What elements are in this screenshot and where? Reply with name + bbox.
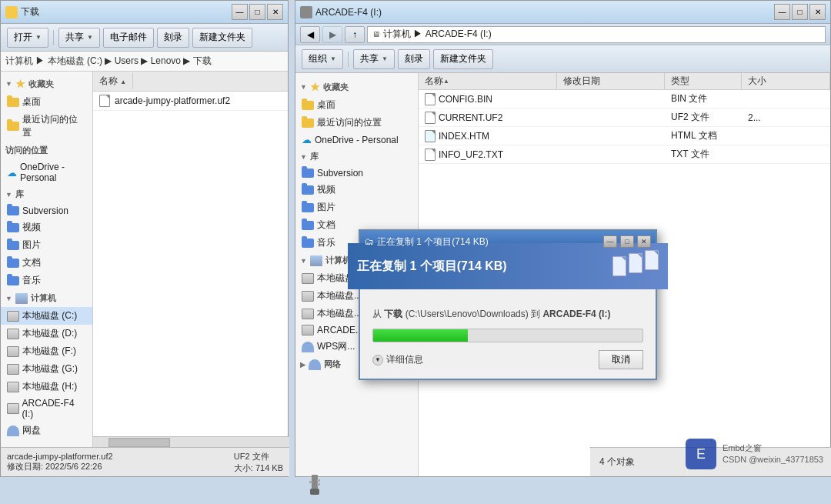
right-file-htm[interactable]: INDEX.HTM HTML 文档 bbox=[419, 127, 830, 145]
right-new-folder-button[interactable]: 新建文件夹 bbox=[433, 49, 493, 69]
video-label: 视频 bbox=[22, 221, 41, 234]
access-label: 访问的位置 bbox=[5, 145, 48, 156]
uf2-date-cell bbox=[557, 116, 665, 119]
email-button[interactable]: 电子邮件 bbox=[103, 28, 154, 48]
progress-bar-fill bbox=[373, 329, 468, 342]
right-file-txt[interactable]: INFO_UF2.TXT TXT 文件 bbox=[419, 145, 830, 164]
config-name: CONFIG.BIN bbox=[439, 94, 492, 105]
right-file-uf2[interactable]: CURRENT.UF2 UF2 文件 2... bbox=[419, 108, 830, 127]
file-icon-2 bbox=[629, 253, 642, 273]
dialog-title-text: 正在复制 1 个项目(714 KB) bbox=[377, 235, 600, 249]
uf2-size-cell: 2... bbox=[742, 111, 830, 125]
left-window-title: 下载 bbox=[21, 5, 232, 18]
nav-music[interactable]: 音乐 bbox=[1, 272, 92, 289]
dialog-title-icon: 🗂 bbox=[365, 236, 374, 247]
right-star-icon: ★ bbox=[310, 81, 320, 93]
nav-drive-g[interactable]: 本地磁盘 (G:) bbox=[1, 360, 92, 378]
address-bar[interactable]: 🖥 计算机 ▶ ARCADE-F4 (I:) bbox=[367, 26, 826, 43]
left-minimize-button[interactable]: — bbox=[232, 4, 248, 20]
subversion-label: Subversion bbox=[22, 205, 68, 216]
right-titlebar: ARCADE-F4 (I:) — □ ✕ bbox=[295, 1, 830, 24]
right-burn-label: 刻录 bbox=[405, 52, 423, 65]
nav-pictures[interactable]: 图片 bbox=[1, 236, 92, 254]
right-nav-pictures[interactable]: 图片 bbox=[295, 199, 418, 216]
right-nav-onedrive[interactable]: ☁ OneDrive - Personal bbox=[295, 132, 418, 148]
drive-i-label: ARCADE-F4 (I:) bbox=[22, 398, 86, 419]
organize-label: 组织 bbox=[309, 52, 327, 65]
open-button[interactable]: 打开 ▼ bbox=[7, 28, 48, 48]
details-arrow-icon: ▼ bbox=[372, 355, 383, 365]
file-item-uf2[interactable]: arcade-jumpy-platformer.uf2 bbox=[93, 92, 288, 111]
breadcrumb-text: 计算机 ▶ 本地磁盘 (C:) ▶ Users ▶ Lenovo ▶ 下载 bbox=[5, 55, 212, 68]
config-date-cell bbox=[557, 98, 665, 101]
nav-drive-c[interactable]: 本地磁盘 (C:) bbox=[1, 307, 92, 325]
music-icon bbox=[7, 276, 19, 285]
open-label: 打开 bbox=[14, 31, 32, 44]
organize-button[interactable]: 组织 ▼ bbox=[302, 49, 343, 69]
txt-name: INFO_UF2.TXT bbox=[439, 149, 503, 160]
date-col-header: 修改日期 bbox=[557, 73, 665, 89]
right-nav-recent[interactable]: 最近访问的位置 bbox=[295, 114, 418, 132]
nav-onedrive[interactable]: ☁ OneDrive - Personal bbox=[1, 159, 92, 185]
nav-docs[interactable]: 文档 bbox=[1, 254, 92, 272]
right-nav-subversion[interactable]: Subversion bbox=[295, 165, 418, 181]
burn-button[interactable]: 刻录 bbox=[157, 28, 189, 48]
left-scroll-bar-h[interactable] bbox=[93, 436, 289, 447]
nav-video[interactable]: 视频 bbox=[1, 219, 92, 236]
nav-drive-h[interactable]: 本地磁盘 (H:) bbox=[1, 378, 92, 396]
left-window: 下载 — □ ✕ 打开 ▼ 共享 ▼ 电子邮件 刻录 新建文件夹 计算机 ▶ 本… bbox=[0, 0, 289, 477]
right-toolbar: 组织 ▼ 共享 ▼ 刻录 新建文件夹 bbox=[295, 45, 830, 73]
left-file-header: 名称 ▲ bbox=[93, 72, 288, 92]
nav-desktop[interactable]: 桌面 bbox=[1, 93, 92, 111]
dialog-minimize-button[interactable]: — bbox=[603, 235, 617, 248]
right-file-config[interactable]: CONFIG.BIN BIN 文件 bbox=[419, 90, 830, 108]
right-sep1 bbox=[348, 52, 349, 67]
forward-button[interactable]: ▶ bbox=[322, 26, 342, 43]
nav-subversion[interactable]: Subversion bbox=[1, 203, 92, 219]
left-window-controls: — □ ✕ bbox=[232, 4, 283, 20]
star-icon: ★ bbox=[15, 78, 25, 90]
left-maximize-button[interactable]: □ bbox=[249, 4, 265, 20]
nav-netdisk[interactable]: 网盘 bbox=[1, 422, 92, 439]
uf2-name: CURRENT.UF2 bbox=[439, 112, 502, 123]
pictures-label: 图片 bbox=[22, 239, 41, 252]
dialog-maximize-button[interactable]: □ bbox=[620, 235, 634, 248]
share-arrow: ▼ bbox=[87, 34, 93, 41]
watermark: E Embd之窗 CSDN @weixin_43771853 bbox=[686, 439, 823, 469]
share-button[interactable]: 共享 ▼ bbox=[58, 28, 100, 48]
nav-drive-i[interactable]: ARCADE-F4 (I:) bbox=[1, 396, 92, 422]
right-nav-video[interactable]: 视频 bbox=[295, 181, 418, 199]
new-folder-button[interactable]: 新建文件夹 bbox=[192, 28, 252, 48]
right-music-icon bbox=[302, 239, 314, 248]
cancel-button[interactable]: 取消 bbox=[599, 350, 643, 369]
right-close-button[interactable]: ✕ bbox=[809, 4, 826, 20]
dialog-details-row: ▼ 详细信息 取消 bbox=[372, 350, 643, 369]
right-share-button[interactable]: 共享 ▼ bbox=[353, 49, 395, 69]
right-burn-button[interactable]: 刻录 bbox=[398, 49, 430, 69]
dialog-close-button[interactable]: ✕ bbox=[637, 235, 651, 248]
right-minimize-button[interactable]: — bbox=[774, 4, 790, 20]
right-nav-bar: ◀ ▶ ↑ 🖥 计算机 ▶ ARCADE-F4 (I:) bbox=[295, 24, 830, 45]
docs-label: 文档 bbox=[22, 256, 41, 269]
right-arcade-icon bbox=[302, 325, 314, 335]
right-nav-desktop[interactable]: 桌面 bbox=[295, 96, 418, 114]
left-scroll-thumb-h[interactable] bbox=[108, 438, 170, 447]
txt-size-cell bbox=[742, 153, 830, 156]
type-header-label: 类型 bbox=[671, 75, 689, 88]
nav-drive-f[interactable]: 本地磁盘 (F:) bbox=[1, 342, 92, 360]
back-button[interactable]: ◀ bbox=[300, 26, 320, 43]
nav-recent[interactable]: 最近访问的位置 bbox=[1, 111, 92, 142]
drive-g-label: 本地磁盘 (G:) bbox=[22, 362, 78, 375]
right-pictures-label: 图片 bbox=[317, 201, 335, 214]
desktop-icon bbox=[7, 98, 19, 107]
computer-label: 计算机 bbox=[31, 292, 56, 304]
up-button[interactable]: ↑ bbox=[345, 26, 365, 43]
size-col-header: 大小 bbox=[742, 73, 830, 89]
nav-drive-d[interactable]: 本地磁盘 (D:) bbox=[1, 325, 92, 342]
details-toggle-button[interactable]: ▼ 详细信息 bbox=[372, 353, 423, 366]
onedrive-label: OneDrive - Personal bbox=[20, 162, 86, 183]
left-close-button[interactable]: ✕ bbox=[267, 4, 283, 20]
right-maximize-button[interactable]: □ bbox=[792, 4, 808, 20]
right-computer-label: 计算机 bbox=[325, 255, 351, 266]
docs-icon bbox=[7, 259, 19, 268]
